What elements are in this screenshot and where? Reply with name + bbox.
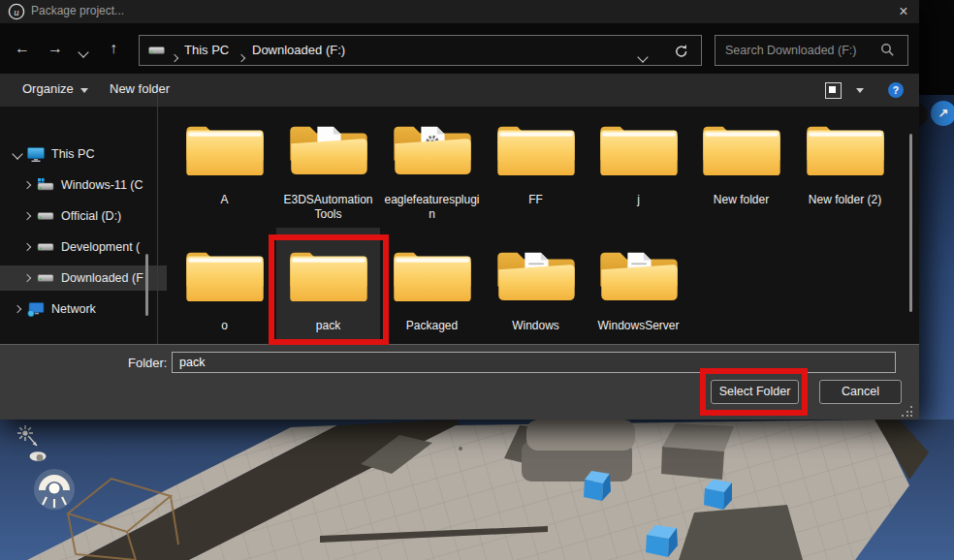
refresh-icon[interactable] — [673, 43, 690, 60]
box2-front — [661, 447, 724, 480]
unreal-viewport-scene — [0, 420, 954, 560]
folder-label: E3DSAutomation Tools — [276, 193, 380, 230]
new-folder-button[interactable]: New folder — [110, 81, 170, 96]
chevron-right-icon[interactable] — [12, 306, 23, 312]
folder-label: WindowsServer — [587, 319, 690, 341]
dark-platform — [679, 505, 803, 560]
chevron-down-icon[interactable] — [12, 150, 23, 158]
recent-locations-chevron[interactable] — [80, 43, 87, 60]
folder-label: New folder — [689, 193, 793, 215]
folder-item-new-folder[interactable]: New folder — [689, 102, 793, 215]
sidebar-item-this-pc[interactable]: This PC — [0, 141, 167, 167]
folder-item-e3dsautomation-tools[interactable]: E3DSAutomation Tools — [276, 102, 380, 230]
breadcrumb-chevron-icon — [238, 47, 244, 65]
close-button[interactable]: × — [892, 2, 915, 21]
folder-label: FF — [484, 193, 588, 215]
folder-item-packaged[interactable]: Packaged — [380, 228, 484, 341]
folder-label: Windows — [484, 319, 588, 341]
help-button[interactable]: ? — [888, 82, 904, 98]
search-icon[interactable] — [880, 43, 895, 57]
sidebar-item-network[interactable]: Network — [0, 296, 167, 322]
folder-item-new-folder-2[interactable]: New folder (2) — [793, 102, 897, 215]
folder-item-o[interactable]: o — [173, 228, 276, 341]
resize-grip[interactable] — [902, 406, 913, 418]
cancel-button[interactable]: Cancel — [819, 380, 902, 404]
folder-label: A — [173, 193, 276, 215]
unreal-logo-icon: u — [8, 3, 25, 20]
up-button[interactable]: ↑ — [103, 37, 124, 60]
windows-drive-icon — [37, 178, 54, 192]
folder-label: Packaged — [380, 319, 484, 341]
rounded-box-top — [526, 420, 635, 451]
folder-label: j — [587, 193, 690, 215]
breadcrumb-chevron-icon — [172, 47, 177, 65]
folder-item-a[interactable]: A — [173, 102, 276, 215]
sidebar-scrollbar[interactable] — [145, 254, 148, 316]
organize-caret-icon — [80, 88, 88, 93]
screen: ↗ — [0, 0, 954, 560]
organize-button[interactable]: Organize — [22, 81, 88, 96]
folder-label: o — [173, 319, 276, 341]
dialog-title: Package project... — [31, 4, 124, 17]
folder-field-label: Folder: — [128, 356, 167, 370]
folder-label: eaglefeaturesplugin — [380, 193, 484, 230]
navigation-bar: ← → ↑ This PC Downloaded (F:) — [0, 23, 919, 74]
folder-item-ff[interactable]: FF — [484, 102, 588, 215]
chevron-right-icon[interactable] — [21, 275, 33, 281]
folder-item-windows[interactable]: Windows — [484, 228, 588, 341]
skylight-sprite-icon[interactable] — [34, 469, 75, 510]
network-icon — [27, 302, 45, 317]
search-box[interactable] — [715, 35, 908, 66]
dialog-titlebar[interactable]: u Package project... × — [0, 0, 919, 23]
breadcrumb-downloaded-f[interactable]: Downloaded (F:) — [252, 43, 345, 57]
sidebar-item-official-d[interactable]: Official (D:) — [0, 203, 176, 229]
annotation-box-select-folder — [700, 368, 808, 416]
chevron-right-icon[interactable] — [21, 244, 33, 250]
view-dropdown-caret-icon[interactable] — [856, 88, 864, 93]
back-button[interactable]: ← — [12, 37, 33, 60]
expand-viewport-button[interactable]: ↗ — [931, 101, 954, 126]
this-pc-icon — [27, 147, 45, 162]
file-dialog: u Package project... × ← → ↑ This PC Dow… — [0, 0, 919, 420]
forward-button[interactable]: → — [45, 37, 66, 60]
sidebar-item-development[interactable]: Development ( — [0, 234, 176, 260]
drive-icon — [37, 240, 54, 254]
files-scrollbar[interactable] — [909, 134, 912, 312]
folder-label: New folder (2) — [793, 193, 897, 215]
folder-item-j[interactable]: j — [587, 102, 690, 215]
chevron-right-icon[interactable] — [21, 213, 33, 219]
sidebar-item-downloaded[interactable]: Downloaded (F — [0, 265, 167, 291]
address-dropdown-chevron[interactable] — [639, 47, 647, 65]
folder-item-windowsserver[interactable]: WindowsServer — [587, 228, 690, 341]
folder-item-eaglefeaturesplugin[interactable]: eaglefeaturesplugin — [380, 102, 484, 230]
dialog-body: This PC Windows-11 (C Official ( — [0, 107, 919, 344]
drive-icon — [37, 209, 54, 223]
address-bar[interactable]: This PC Downloaded (F:) — [139, 35, 702, 66]
pebble — [459, 447, 462, 451]
breadcrumb-this-pc[interactable]: This PC — [184, 43, 229, 57]
pane-divider — [157, 92, 158, 344]
drive-icon — [37, 271, 54, 285]
svg-text:u: u — [14, 6, 19, 17]
annotation-box-pack-folder — [269, 234, 389, 345]
sidebar-item-windows-11[interactable]: Windows-11 (C — [0, 172, 176, 198]
chevron-right-icon[interactable] — [21, 182, 33, 188]
search-input[interactable] — [723, 37, 878, 64]
view-mode-icon[interactable] — [825, 82, 842, 99]
drive-icon — [148, 44, 165, 56]
